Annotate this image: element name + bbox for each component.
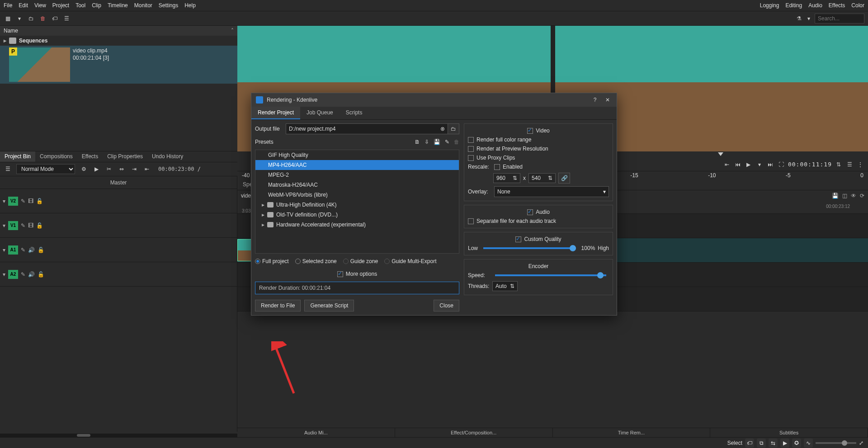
speaker-icon[interactable]: 🔊 bbox=[28, 247, 35, 253]
track-head-a2[interactable]: ▾ A2 ✎ 🔊 🔓 bbox=[0, 262, 237, 287]
separate-audio-row[interactable]: Separate file for each audio track bbox=[468, 218, 609, 224]
menu-settings[interactable]: Settings bbox=[159, 2, 178, 9]
preset-folder-hw[interactable]: ▸ Hardware Accelerated (experimental) bbox=[255, 220, 459, 230]
proxy-clips-checkbox[interactable] bbox=[468, 155, 474, 161]
preset-matroska[interactable]: Matroska-H264/AAC bbox=[255, 180, 459, 190]
overlay-select[interactable]: None ▾ bbox=[494, 186, 609, 197]
tool-icon[interactable]: ⚙ bbox=[80, 165, 88, 173]
menu-view[interactable]: View bbox=[34, 2, 46, 9]
preview-res-row[interactable]: Render at Preview Resolution bbox=[468, 146, 609, 152]
tab-clip-properties[interactable]: Clip Properties bbox=[103, 151, 147, 162]
more-options-checkbox[interactable] bbox=[337, 271, 343, 277]
help-icon[interactable]: ? bbox=[590, 95, 599, 104]
list-icon[interactable]: ☰ bbox=[845, 160, 854, 169]
radio-full-project[interactable]: Full project bbox=[255, 258, 289, 264]
chevron-down-icon[interactable]: ▾ bbox=[3, 271, 5, 278]
quality-slider[interactable] bbox=[483, 247, 576, 249]
play-icon[interactable]: ▶ bbox=[745, 160, 753, 169]
preset-mpeg2[interactable]: MPEG-2 bbox=[255, 170, 459, 180]
zoom-slider[interactable] bbox=[816, 442, 856, 444]
tab-audio-mixer[interactable]: Audio Mi... bbox=[237, 428, 395, 437]
expand-icon[interactable]: ▸ bbox=[262, 202, 264, 208]
delete-icon[interactable]: 🗑 bbox=[39, 14, 47, 23]
full-color-checkbox[interactable] bbox=[468, 137, 474, 143]
chevron-down-icon[interactable]: ▾ bbox=[3, 247, 5, 253]
preset-mp4-h264[interactable]: MP4-H264/AAC bbox=[255, 160, 459, 170]
save-icon[interactable]: 💾 bbox=[832, 193, 839, 199]
snap-icon[interactable]: ⧉ bbox=[757, 439, 766, 448]
filter-icon[interactable]: ⚗ bbox=[795, 14, 803, 23]
dialog-titlebar[interactable]: Rendering - Kdenlive ? ✕ bbox=[251, 93, 617, 107]
workspace-effects[interactable]: Effects bbox=[829, 2, 845, 9]
overwrite-icon[interactable]: ▶ bbox=[780, 439, 789, 448]
preset-webm[interactable]: WebM-VP8/Vorbis (libre) bbox=[255, 190, 459, 200]
bin-clip-row[interactable]: P video clip.mp4 00:00:21:04 [3] bbox=[0, 46, 237, 84]
menu-clip[interactable]: Clip bbox=[92, 2, 101, 9]
tab-time-remap[interactable]: Time Rem... bbox=[553, 428, 711, 437]
edit-icon[interactable]: ✎ bbox=[21, 198, 25, 204]
preview-res-checkbox[interactable] bbox=[468, 146, 474, 152]
tab-effects[interactable]: Effects bbox=[77, 151, 103, 162]
marker-icon[interactable]: ✪ bbox=[792, 439, 801, 448]
overwrite-icon[interactable]: ⇤ bbox=[143, 165, 151, 173]
timeline-mode-select[interactable]: Normal Mode bbox=[16, 164, 75, 174]
preset-gif[interactable]: GIF High Quality bbox=[255, 150, 459, 160]
search-input[interactable] bbox=[815, 14, 864, 24]
menu-tool[interactable]: Tool bbox=[75, 2, 85, 9]
tab-effect-composition[interactable]: Effect/Composition... bbox=[395, 428, 553, 437]
bin-name-header[interactable]: Name ˄ bbox=[0, 26, 237, 36]
zone-in-icon[interactable]: ⇤ bbox=[723, 160, 731, 169]
chevron-down-icon[interactable]: ▾ bbox=[805, 14, 813, 23]
quality-section-title[interactable]: Custom Quality bbox=[468, 236, 609, 242]
video-checkbox[interactable] bbox=[527, 128, 533, 134]
film-icon[interactable]: 🎞 bbox=[28, 222, 33, 229]
eye-icon[interactable]: 👁 bbox=[851, 193, 856, 199]
tag-icon[interactable]: 🏷 bbox=[745, 439, 754, 448]
tab-job-queue[interactable]: Job Queue bbox=[300, 107, 340, 119]
fit-icon[interactable]: ⤢ bbox=[859, 440, 863, 446]
menu-file[interactable]: File bbox=[4, 2, 12, 9]
download-preset-icon[interactable]: ⇩ bbox=[425, 139, 429, 145]
cut-icon[interactable]: ✂ bbox=[105, 165, 113, 173]
split-icon[interactable]: ◫ bbox=[842, 193, 847, 199]
folder-icon[interactable]: 🗀 bbox=[27, 14, 35, 23]
lock-icon[interactable]: 🔓 bbox=[38, 247, 44, 253]
delete-preset-icon[interactable]: 🗑 bbox=[454, 139, 459, 145]
speed-slider[interactable] bbox=[495, 274, 606, 276]
edit-icon[interactable]: ✎ bbox=[21, 247, 25, 253]
audio-icon[interactable]: ∿ bbox=[804, 439, 813, 448]
threads-field[interactable]: Auto⇅ bbox=[492, 281, 518, 291]
insert-icon[interactable]: ⇥ bbox=[130, 165, 138, 173]
lock-icon[interactable]: 🔓 bbox=[38, 271, 44, 278]
edit-preset-icon[interactable]: ✎ bbox=[445, 139, 449, 145]
chevron-down-icon[interactable]: ▾ bbox=[755, 160, 764, 169]
tab-project-bin[interactable]: Project Bin bbox=[0, 151, 35, 162]
workspace-color[interactable]: Color bbox=[851, 2, 864, 9]
expand-icon[interactable]: ▸ bbox=[262, 222, 264, 228]
custom-quality-checkbox[interactable] bbox=[515, 236, 521, 242]
track-head-v1[interactable]: ▾ V1 ✎ 🎞 🔓 bbox=[0, 213, 237, 238]
timeline-scrollbar[interactable] bbox=[0, 434, 237, 437]
full-color-row[interactable]: Render full color range bbox=[468, 137, 609, 143]
lock-icon[interactable]: 🔓 bbox=[36, 222, 43, 229]
proxy-clips-row[interactable]: Use Proxy Clips bbox=[468, 155, 609, 161]
workspace-audio[interactable]: Audio bbox=[808, 2, 822, 9]
expand-icon[interactable]: ▸ bbox=[262, 212, 264, 218]
video-section-title[interactable]: Video bbox=[468, 127, 609, 134]
tab-render-project[interactable]: Render Project bbox=[251, 107, 300, 119]
separate-audio-checkbox[interactable] bbox=[468, 218, 474, 224]
tab-compositions[interactable]: Compositions bbox=[35, 151, 77, 162]
audio-section-title[interactable]: Audio bbox=[468, 209, 609, 215]
workspace-logging[interactable]: Logging bbox=[760, 2, 779, 9]
expand-icon[interactable]: ▸ bbox=[4, 38, 6, 44]
monitor-timecode[interactable]: 00:00:11:19 bbox=[788, 161, 832, 168]
forward-icon[interactable]: ⏭ bbox=[766, 160, 774, 169]
close-icon[interactable]: ✕ bbox=[603, 95, 612, 104]
fullscreen-icon[interactable]: ⛶ bbox=[777, 160, 785, 169]
clear-icon[interactable]: ⊗ bbox=[440, 126, 445, 132]
preset-folder-4k[interactable]: ▸ Ultra-High Definition (4K) bbox=[255, 200, 459, 210]
tab-scripts[interactable]: Scripts bbox=[340, 107, 369, 119]
save-preset-icon[interactable]: 💾 bbox=[434, 139, 440, 145]
play-icon[interactable]: ▶ bbox=[92, 165, 100, 173]
track-head-v2[interactable]: ▾ V2 ✎ 🎞 🔓 bbox=[0, 189, 237, 213]
